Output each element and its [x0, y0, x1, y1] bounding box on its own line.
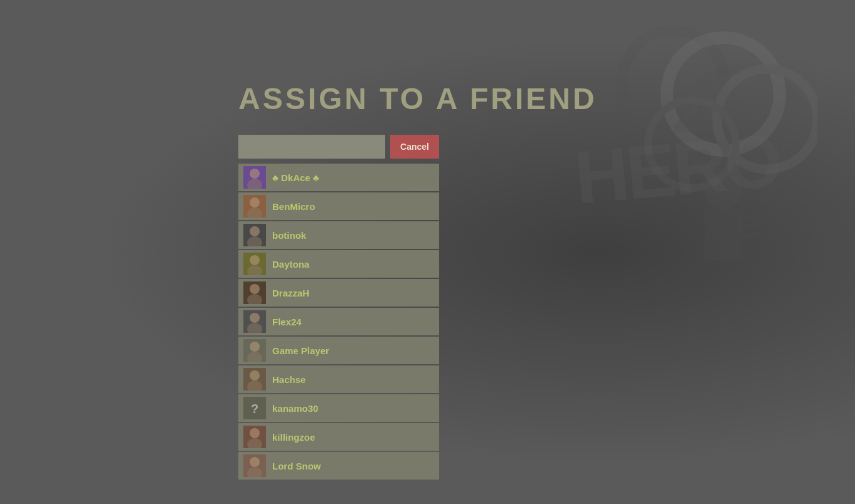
friend-avatar: [243, 368, 266, 391]
friend-avatar: [243, 426, 266, 448]
friend-avatar: [243, 253, 266, 275]
friend-avatar: [243, 310, 266, 333]
friend-item[interactable]: DrazzaH: [238, 279, 439, 307]
svg-point-11: [250, 197, 260, 207]
cancel-button[interactable]: Cancel: [390, 135, 439, 159]
friend-avatar: [243, 454, 266, 477]
friend-item[interactable]: botinok: [238, 221, 439, 249]
friend-avatar: [243, 339, 266, 362]
friend-item[interactable]: ♣ DkAce ♣: [238, 164, 439, 191]
svg-point-8: [250, 169, 260, 179]
svg-point-17: [250, 255, 260, 265]
svg-point-20: [250, 284, 260, 294]
friend-item[interactable]: BenMicro: [238, 192, 439, 220]
friend-name: Lord Snow: [272, 461, 321, 471]
friend-item[interactable]: ?kanamo30: [238, 394, 439, 422]
svg-point-29: [250, 370, 260, 381]
friend-name: DrazzaH: [272, 288, 309, 298]
friend-name: kanamo30: [272, 403, 318, 414]
friend-item[interactable]: Daytona: [238, 250, 439, 278]
friend-avatar: [243, 281, 266, 304]
friend-name: Game Player: [272, 345, 329, 356]
svg-point-37: [250, 457, 260, 467]
friend-avatar: [243, 166, 266, 189]
friend-name: botinok: [272, 230, 306, 241]
friend-item[interactable]: Flex24: [238, 308, 439, 335]
friend-name: BenMicro: [272, 201, 315, 212]
friend-name: Flex24: [272, 317, 302, 327]
svg-point-26: [250, 342, 260, 352]
svg-point-23: [250, 313, 260, 323]
friend-item[interactable]: Hachse: [238, 365, 439, 393]
page-title: ASSIGN TO A FRIEND: [238, 81, 597, 116]
friend-avatar: [243, 195, 266, 218]
friend-name: killingzoe: [272, 432, 315, 443]
friend-item[interactable]: Lord Snow: [238, 452, 439, 480]
friend-name: Hachse: [272, 374, 305, 385]
friend-name: ♣ DkAce ♣: [272, 172, 319, 183]
friend-item[interactable]: killingzoe: [238, 423, 439, 451]
svg-point-14: [250, 226, 260, 236]
svg-text:?: ?: [251, 402, 258, 416]
friends-list: ♣ DkAce ♣BenMicrobotinokDaytonaDrazzaHFl…: [238, 164, 439, 480]
friend-avatar: [243, 224, 266, 246]
friend-avatar: ?: [243, 397, 266, 419]
search-row: Cancel: [238, 135, 439, 159]
friend-name: Daytona: [272, 259, 309, 270]
svg-point-34: [250, 428, 260, 438]
friend-item[interactable]: Game Player: [238, 337, 439, 364]
main-container: ASSIGN TO A FRIEND Cancel ♣ DkAce ♣BenMi…: [0, 0, 855, 504]
search-input[interactable]: [238, 135, 385, 159]
